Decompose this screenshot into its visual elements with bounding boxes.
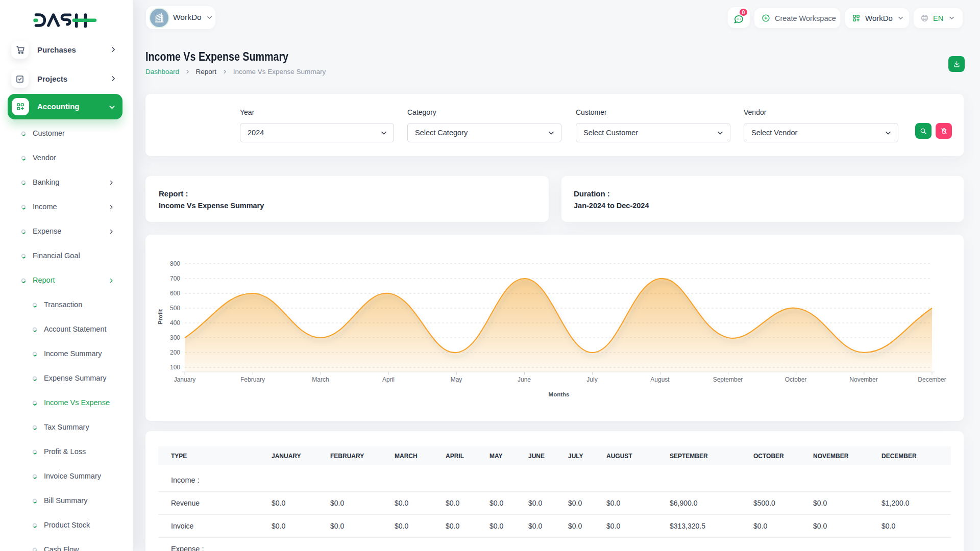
svg-text:600: 600 — [170, 290, 180, 297]
svg-text:100: 100 — [170, 364, 180, 371]
svg-text:December: December — [918, 376, 946, 383]
svg-text:March: March — [312, 376, 329, 383]
svg-text:800: 800 — [170, 260, 180, 267]
svg-text:August: August — [650, 376, 670, 383]
svg-text:June: June — [518, 376, 531, 383]
svg-text:May: May — [451, 376, 462, 383]
svg-text:April: April — [382, 376, 395, 383]
svg-text:November: November — [849, 376, 877, 383]
svg-text:Months: Months — [549, 391, 570, 397]
svg-text:Profit: Profit — [157, 309, 163, 324]
svg-text:500: 500 — [170, 305, 180, 312]
svg-text:200: 200 — [170, 349, 180, 356]
svg-text:400: 400 — [170, 319, 180, 327]
svg-text:October: October — [785, 376, 807, 383]
svg-text:July: July — [586, 376, 597, 383]
svg-text:700: 700 — [170, 275, 180, 282]
svg-text:300: 300 — [170, 334, 180, 341]
svg-text:September: September — [713, 376, 743, 383]
svg-text:January: January — [174, 376, 196, 383]
svg-text:February: February — [240, 376, 265, 383]
